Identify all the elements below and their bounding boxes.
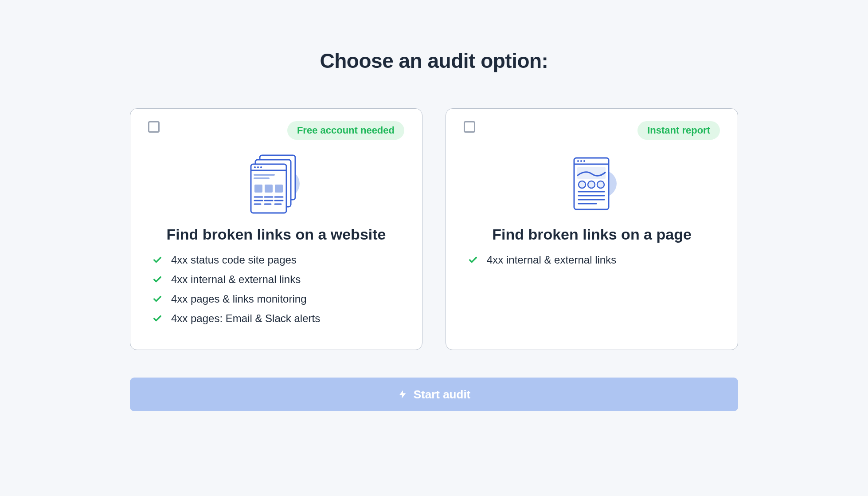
svg-point-29 bbox=[579, 181, 586, 188]
card-heading-website: Find broken links on a website bbox=[148, 226, 404, 243]
check-icon bbox=[152, 314, 162, 323]
audit-option-website[interactable]: Free account needed bbox=[130, 108, 422, 350]
audit-option-page[interactable]: Instant report bbox=[446, 108, 738, 350]
feature-text: 4xx pages: Email & Slack alerts bbox=[171, 312, 320, 325]
svg-point-6 bbox=[257, 166, 259, 168]
card-header: Free account needed bbox=[148, 121, 404, 140]
page-title: Choose an audit option: bbox=[320, 49, 548, 73]
feature-item: 4xx pages: Email & Slack alerts bbox=[152, 312, 404, 325]
svg-point-27 bbox=[583, 160, 585, 162]
check-icon bbox=[152, 255, 162, 265]
feature-text: 4xx status code site pages bbox=[171, 254, 297, 266]
single-page-icon bbox=[464, 150, 720, 217]
svg-rect-12 bbox=[275, 185, 283, 193]
start-audit-button[interactable]: Start audit bbox=[130, 378, 738, 411]
svg-rect-11 bbox=[265, 185, 273, 193]
audit-options-row: Free account needed bbox=[130, 108, 738, 350]
lightning-icon bbox=[398, 389, 407, 400]
feature-item: 4xx status code site pages bbox=[152, 254, 404, 266]
feature-item: 4xx pages & links monitoring bbox=[152, 293, 404, 305]
check-icon bbox=[152, 275, 162, 284]
svg-point-26 bbox=[580, 160, 582, 162]
badge-instant-report: Instant report bbox=[637, 121, 720, 140]
svg-point-25 bbox=[577, 160, 579, 162]
svg-point-30 bbox=[588, 181, 595, 188]
feature-list-page: 4xx internal & external links bbox=[464, 254, 720, 266]
feature-text: 4xx internal & external links bbox=[171, 273, 301, 286]
start-audit-label: Start audit bbox=[414, 388, 471, 402]
svg-point-31 bbox=[597, 181, 604, 188]
svg-point-7 bbox=[260, 166, 262, 168]
feature-item: 4xx internal & external links bbox=[468, 254, 720, 266]
check-icon bbox=[152, 294, 162, 304]
svg-rect-10 bbox=[254, 185, 262, 193]
feature-item: 4xx internal & external links bbox=[152, 273, 404, 286]
check-icon bbox=[468, 255, 478, 265]
checkbox-page[interactable] bbox=[464, 121, 475, 133]
card-heading-page: Find broken links on a page bbox=[464, 226, 720, 243]
svg-point-5 bbox=[254, 166, 256, 168]
feature-list-website: 4xx status code site pages 4xx internal … bbox=[148, 254, 404, 325]
feature-text: 4xx pages & links monitoring bbox=[171, 293, 306, 305]
feature-text: 4xx internal & external links bbox=[487, 254, 616, 266]
website-pages-icon bbox=[148, 150, 404, 217]
badge-free-account: Free account needed bbox=[287, 121, 404, 140]
checkbox-website[interactable] bbox=[148, 121, 160, 133]
card-header: Instant report bbox=[464, 121, 720, 140]
